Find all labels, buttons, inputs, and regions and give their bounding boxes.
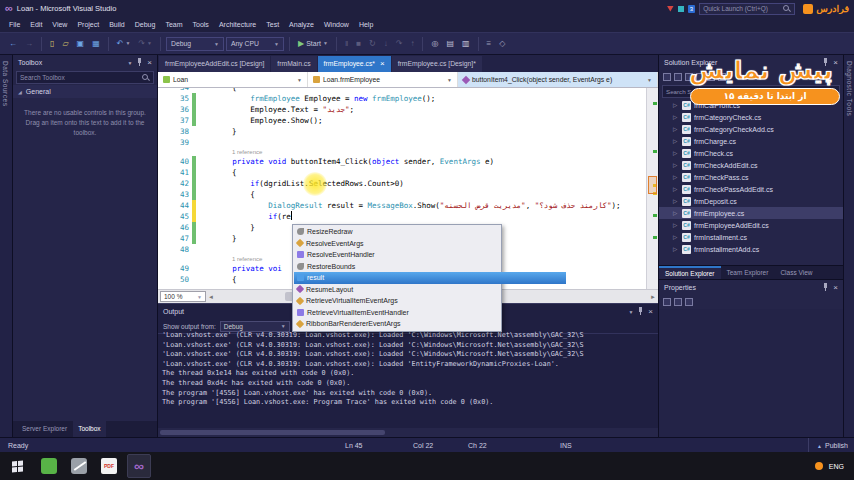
code-line[interactable]: 38 }: [158, 126, 646, 137]
properties-window-icon[interactable]: ▥: [459, 38, 473, 50]
property-pages-icon[interactable]: [685, 298, 693, 306]
scrollbar-thumb[interactable]: [160, 430, 385, 435]
tab-frmemployee-cs[interactable]: frmEmployee.cs*×: [318, 56, 391, 72]
menu-item-test[interactable]: Test: [261, 17, 284, 32]
close-icon[interactable]: ×: [380, 60, 385, 68]
project-dropdown[interactable]: Loan ▼: [158, 72, 308, 87]
bookmark-icon[interactable]: ◇: [496, 38, 508, 50]
panel-tab-server-explorer[interactable]: Server Explorer: [17, 421, 72, 437]
menu-item-analyze[interactable]: Analyze: [284, 17, 319, 32]
output-lines[interactable]: 'Loan.vshost.exe' (CLR v4.0.30319: Loan.…: [158, 331, 658, 428]
intellisense-item-result[interactable]: result: [294, 272, 566, 284]
pin-icon[interactable]: [822, 283, 829, 292]
member-dropdown[interactable]: buttonItem4_Click(object sender, EventAr…: [458, 72, 658, 87]
code-line[interactable]: 44 DialogResult result = MessageBox.Show…: [158, 200, 646, 211]
step-out-icon[interactable]: ↑: [407, 38, 417, 50]
codelens-row[interactable]: 1 re​ference: [158, 148, 646, 156]
redo-icon[interactable]: ↷▼: [135, 38, 155, 50]
stop-debug-icon[interactable]: ■: [353, 38, 364, 50]
notification-badge[interactable]: 3: [688, 5, 695, 13]
tree-item-frmemployee-cs[interactable]: ▷C#frmEmployee.cs: [659, 207, 843, 219]
intellisense-item-resolveeventhandler[interactable]: ResolveEventHandler: [294, 249, 500, 261]
tab-frmmain-cs[interactable]: frmMain.cs: [271, 56, 316, 72]
publish-button[interactable]: ▲ Publish: [808, 438, 848, 453]
break-all-icon[interactable]: ‖: [342, 38, 351, 50]
code-line[interactable]: 42 if(dgridList.SelectedRows.Count>0): [158, 178, 646, 189]
save-icon[interactable]: ▣: [74, 38, 88, 50]
menu-item-architecture[interactable]: Architecture: [214, 17, 261, 32]
code-line[interactable]: 41 {: [158, 167, 646, 178]
menu-item-edit[interactable]: Edit: [25, 17, 47, 32]
intellisense-item-resumelayout[interactable]: ResumeLayout: [294, 284, 500, 296]
code-line[interactable]: 39: [158, 137, 646, 148]
intellisense-item-retrievevirtualitemeventargs[interactable]: RetrieveVirtualItemEventArgs: [294, 295, 500, 307]
chevron-down-icon[interactable]: ▼: [127, 60, 132, 66]
intellisense-item-resolveeventargs[interactable]: ResolveEventArgs: [294, 238, 500, 250]
code-line[interactable]: 40 private void buttonItem4_Click(object…: [158, 156, 646, 167]
chevron-right-icon[interactable]: ▷: [673, 114, 679, 120]
code-line[interactable]: 35 frmEmployee Employee = new frmEmploye…: [158, 93, 646, 104]
tree-item-frmcheckpass-cs[interactable]: ▷C#frmCheckPass.cs: [659, 171, 843, 183]
chevron-right-icon[interactable]: ▷: [673, 126, 679, 132]
tree-item-frminstallment-cs[interactable]: ▷C#frmInstallment.cs: [659, 231, 843, 243]
panel-tab-solution-explorer[interactable]: Solution Explorer: [659, 266, 721, 279]
categorized-icon[interactable]: [663, 298, 671, 306]
open-file-icon[interactable]: ▱: [59, 38, 71, 50]
code-editor[interactable]: 34 {35 frmEmployee Employee = new frmEmp…: [158, 88, 658, 289]
diagnostic-tools-tab[interactable]: Diagnostic Tools: [843, 55, 854, 437]
notification-icon[interactable]: [678, 6, 684, 12]
zoom-dropdown[interactable]: 100 % ▼: [160, 291, 206, 302]
tab-frmemployeeaddedit-cs-design[interactable]: frmEmployeeAddEdit.cs [Design]: [159, 56, 270, 72]
output-horizontal-scrollbar[interactable]: [158, 428, 658, 437]
chevron-right-icon[interactable]: ▷: [673, 246, 679, 252]
step-into-icon[interactable]: ↓: [381, 38, 391, 50]
navigate-back-icon[interactable]: ←: [6, 38, 20, 50]
close-icon[interactable]: ×: [147, 59, 152, 67]
close-icon[interactable]: ×: [833, 284, 838, 292]
chevron-right-icon[interactable]: ▷: [673, 222, 679, 228]
chevron-right-icon[interactable]: ▷: [673, 102, 679, 108]
navigate-forward-icon[interactable]: →: [22, 38, 36, 50]
visual-studio-icon[interactable]: ∞: [127, 454, 151, 478]
tree-item-frmcategorycheck-cs[interactable]: ▷C#frmCategoryCheck.cs: [659, 111, 843, 123]
tree-item-frmcheckaddedit-cs[interactable]: ▷C#frmCheckAddEdit.cs: [659, 159, 843, 171]
pdf-reader-icon[interactable]: PDF: [97, 454, 121, 478]
menu-item-team[interactable]: Team: [160, 17, 187, 32]
panel-tab-toolbox[interactable]: Toolbox: [73, 421, 105, 437]
chevron-right-icon[interactable]: ▷: [673, 186, 679, 192]
scroll-right-icon[interactable]: ►: [648, 294, 658, 300]
undo-icon[interactable]: ↶▼: [114, 38, 134, 50]
pin-icon[interactable]: [637, 307, 644, 316]
tree-item-frmcategorycheckadd-cs[interactable]: ▷C#frmCategoryCheckAdd.cs: [659, 123, 843, 135]
menu-item-window[interactable]: Window: [319, 17, 354, 32]
intellisense-item-resizeredraw[interactable]: ResizeRedraw: [294, 226, 500, 238]
chevron-right-icon[interactable]: ▷: [673, 234, 679, 240]
solution-explorer-icon[interactable]: ▤: [443, 38, 457, 50]
chevron-right-icon[interactable]: ▷: [673, 150, 679, 156]
menu-item-project[interactable]: Project: [72, 17, 104, 32]
title-bar[interactable]: ∞ Loan - Microsoft Visual Studio 3 Quick…: [0, 0, 854, 17]
notification-flag-icon[interactable]: [667, 6, 674, 12]
comment-icon[interactable]: ≡: [484, 38, 495, 50]
chevron-down-icon[interactable]: ▼: [628, 309, 633, 315]
new-file-icon[interactable]: ▯: [47, 38, 57, 50]
panel-tab-team-explorer[interactable]: Team Explorer: [721, 266, 775, 279]
utility-app-icon[interactable]: [67, 454, 91, 478]
restart-icon[interactable]: ↻: [366, 38, 379, 50]
chevron-right-icon[interactable]: ▷: [673, 162, 679, 168]
code-line[interactable]: 43 {: [158, 189, 646, 200]
menu-item-tools[interactable]: Tools: [188, 17, 214, 32]
output-source-dropdown[interactable]: Debug ▼: [220, 321, 290, 332]
data-sources-tab[interactable]: Data Sources: [0, 55, 13, 437]
solution-platforms-dropdown[interactable]: Any CPU▼: [226, 37, 284, 51]
intellisense-item-restorebounds[interactable]: RestoreBounds: [294, 261, 500, 273]
step-over-icon[interactable]: ↷: [393, 38, 406, 50]
code-line[interactable]: 45 if(re: [158, 211, 646, 222]
type-dropdown[interactable]: Loan.frmEmployee ▼: [308, 72, 458, 87]
intellisense-item-retrievevirtualitemeventhandler[interactable]: RetrieveVirtualItemEventHandler: [294, 307, 500, 319]
chevron-right-icon[interactable]: ▷: [673, 138, 679, 144]
home-icon[interactable]: [663, 73, 671, 81]
toolbox-header[interactable]: Toolbox ▼ ×: [13, 55, 157, 70]
toolbox-section-general[interactable]: ◢ General: [13, 85, 157, 98]
quick-launch-input[interactable]: Quick Launch (Ctrl+Q): [699, 3, 795, 15]
